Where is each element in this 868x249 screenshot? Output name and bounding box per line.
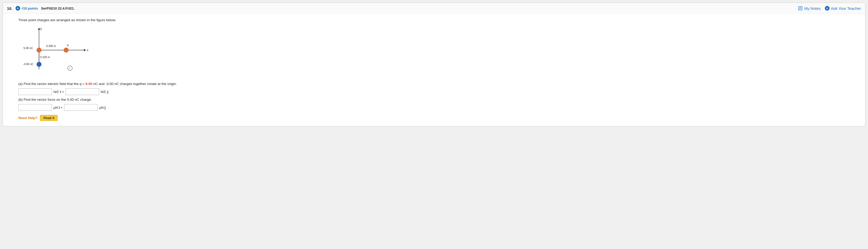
figure-area: y x 5.00 nC q	[18, 26, 101, 77]
svg-point-11	[37, 48, 41, 53]
part-a-unit-2: N/C ĵ	[101, 90, 108, 94]
read-it-button[interactable]: Read It	[40, 115, 58, 121]
svg-text:q: q	[67, 43, 68, 46]
part-b-input-2[interactable]	[64, 104, 98, 111]
svg-text:x: x	[87, 48, 88, 52]
problem-description: Three point charges are arranged as show…	[18, 18, 859, 22]
ask-teacher-label: Ask Your Teacher	[831, 6, 861, 10]
svg-point-19	[68, 66, 72, 70]
part-a-before: Find the vector electric field that the	[24, 82, 80, 86]
svg-text:i: i	[69, 67, 70, 70]
part-b-content: Find the vector force on the 5.00 nC cha…	[24, 98, 92, 101]
part-a-label: (a)	[18, 82, 24, 86]
part-a-after: nC and -3.00 nC charges together create …	[92, 82, 177, 86]
header-actions: My Notes + Ask Your Teacher	[798, 6, 861, 10]
part-b-label: (b)	[18, 98, 24, 101]
part-b-text: (b) Find the vector force on the 5.00 nC…	[18, 98, 859, 101]
problem-header: 10. + -/10 points SerPSE10 22.4.P.021. M…	[3, 3, 865, 14]
ask-teacher-button[interactable]: + Ask Your Teacher	[825, 6, 861, 10]
svg-text:0.100 m: 0.100 m	[40, 56, 50, 59]
my-notes-label: My Notes	[804, 6, 820, 10]
equals-sign: =	[82, 82, 86, 86]
problem-id: SerPSE10 22.4.P.021.	[41, 6, 75, 10]
svg-point-15	[37, 62, 41, 67]
part-a-text: (a) Find the vector electric field that …	[18, 82, 859, 86]
points-plus-icon: +	[16, 6, 20, 10]
points-badge: + -/10 points	[16, 6, 38, 10]
problem-card: 10. + -/10 points SerPSE10 22.4.P.021. M…	[3, 3, 865, 126]
svg-marker-8	[84, 49, 86, 51]
part-a-input-1[interactable]	[18, 88, 52, 95]
problem-body: Three point charges are arranged as show…	[3, 14, 865, 126]
need-help-row: Need Help? Read It	[18, 115, 859, 121]
svg-point-13	[64, 48, 68, 53]
q-value: 8.00	[86, 82, 92, 86]
header-left: 10. + -/10 points SerPSE10 22.4.P.021.	[7, 6, 75, 10]
part-b-inputs: μN î + μN ĵ	[18, 104, 859, 111]
problem-number: 10.	[7, 6, 12, 10]
svg-text:0.300 m: 0.300 m	[46, 44, 56, 48]
svg-text:-3.00 nC: -3.00 nC	[23, 63, 34, 66]
part-b-unit-1: μN î +	[54, 106, 63, 110]
notes-icon	[798, 6, 803, 10]
part-a-unit-1: N/C î +	[54, 90, 64, 94]
my-notes-button[interactable]: My Notes	[798, 6, 820, 10]
need-help-label: Need Help?	[18, 116, 37, 120]
svg-text:5.00 nC: 5.00 nC	[24, 46, 33, 50]
svg-marker-5	[38, 28, 40, 30]
part-a-input-2[interactable]	[66, 88, 99, 95]
points-label: -/10 points	[21, 6, 38, 10]
svg-text:y: y	[40, 27, 42, 30]
part-b-unit-2: μN ĵ	[99, 106, 105, 110]
part-b-input-1[interactable]	[18, 104, 52, 111]
part-a-inputs: N/C î + N/C ĵ	[18, 88, 859, 95]
ask-teacher-plus-icon: +	[825, 6, 830, 10]
figure-svg: y x 5.00 nC q	[18, 26, 101, 77]
